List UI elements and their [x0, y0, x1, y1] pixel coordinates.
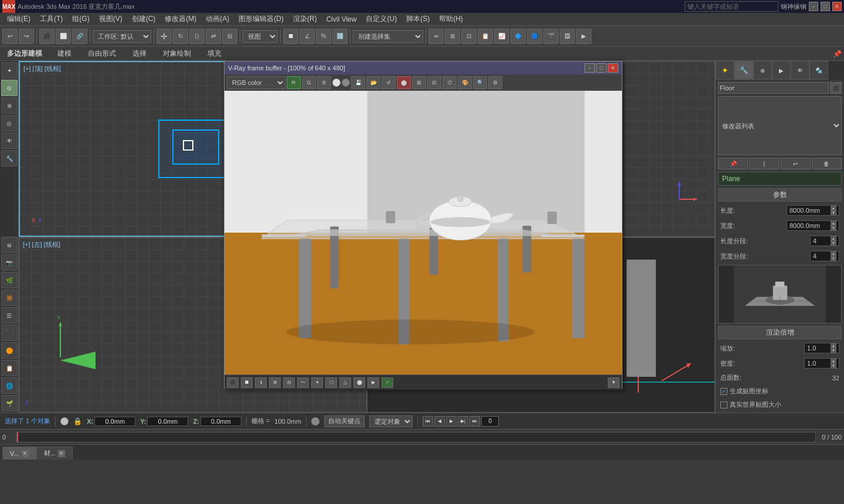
nav-next-btn[interactable]: ▶|	[458, 416, 468, 427]
nav-play-btn[interactable]: ▶	[446, 416, 457, 427]
nav-prev-btn[interactable]: ◀	[434, 416, 445, 427]
vray-g-btn[interactable]: G	[302, 76, 316, 89]
vray-b-btn[interactable]: B	[317, 76, 331, 89]
vray-statusbar-btn-10[interactable]: ⬤	[353, 377, 365, 388]
show-result-btn[interactable]: |	[749, 158, 779, 169]
vray-statusbar-btn-2[interactable]: 🔲	[241, 377, 253, 388]
spinner-snap-button[interactable]: 🔢	[332, 29, 348, 44]
open-explorer-icon[interactable]: 🌿	[1, 272, 18, 288]
vray-history-btn[interactable]: ⏱	[443, 76, 457, 89]
width-up-btn[interactable]: ▲	[831, 221, 836, 226]
rpanel-tab-hierarchy[interactable]: ⊕	[753, 61, 772, 80]
selection-mode-dropdown[interactable]: 逻定对象	[369, 416, 413, 427]
nav-end-btn[interactable]: ⏭	[469, 416, 480, 427]
menu-animation[interactable]: 动画(A)	[201, 13, 234, 25]
viewport-toggle-icon[interactable]: ▤	[1, 237, 18, 253]
rpanel-tab-create[interactable]: ✦	[716, 61, 734, 80]
width-input[interactable]: 8000.0mm ▲ ▼	[787, 220, 839, 231]
redo-button[interactable]: ↪	[19, 29, 34, 44]
length-segs-down-btn[interactable]: ▼	[831, 241, 836, 246]
vray-stop-btn[interactable]: ⬤	[397, 76, 411, 89]
menu-view[interactable]: 视图(V)	[94, 13, 127, 25]
vray-clone-btn[interactable]: ⊟	[427, 76, 441, 89]
vray-circle-white[interactable]	[332, 79, 341, 87]
width-segs-input[interactable]: 4 ▲ ▼	[810, 251, 839, 261]
close-button[interactable]: ✕	[832, 2, 842, 11]
workspace-dropdown[interactable]: 工作区: 默认	[93, 30, 151, 43]
frame-counter[interactable]: 0	[481, 416, 499, 427]
vray-statusbar-btn-last[interactable]: ▼	[608, 377, 620, 388]
select-region-button[interactable]: ⬜	[56, 29, 71, 44]
width-segs-down-btn[interactable]: ▼	[831, 256, 836, 261]
vray-color-dropdown[interactable]: RGB color	[227, 76, 285, 89]
create-tab-icon[interactable]: ✦	[1, 62, 18, 79]
layer-icon[interactable]: ☰	[1, 307, 18, 323]
btab-vray[interactable]: V... ✕	[2, 447, 36, 459]
vray-circle-gray[interactable]	[342, 79, 350, 87]
menu-customize[interactable]: 自定义(U)	[361, 13, 401, 25]
rpanel-tab-modify[interactable]: 🔧	[734, 61, 753, 80]
length-up-btn[interactable]: ▲	[831, 206, 836, 210]
density-down-btn[interactable]: ▼	[831, 363, 836, 368]
menu-modifiers[interactable]: 修改器(M)	[160, 13, 201, 25]
scale-up-btn[interactable]: ▲	[831, 343, 836, 348]
percent-snap-button[interactable]: %	[316, 29, 331, 44]
length-segs-up-btn[interactable]: ▲	[831, 236, 836, 241]
selection-dropdown[interactable]: 别建选择集	[353, 30, 423, 43]
asset-tracking-icon[interactable]: 📷	[1, 254, 18, 271]
minimize-button[interactable]: −	[809, 2, 818, 11]
menu-render[interactable]: 渲染(R)	[288, 13, 322, 25]
density-input[interactable]: 1.0 ▲ ▼	[804, 358, 839, 369]
ribbon-modeling[interactable]: 建模	[52, 47, 77, 60]
material-editor-button[interactable]: 🔵	[527, 29, 542, 44]
make-unique-btn[interactable]: ↩	[781, 158, 811, 169]
scale-input[interactable]: 1.0 ▲ ▼	[804, 343, 839, 353]
modify-tab-icon[interactable]: ⚙	[1, 80, 18, 96]
quickrender-button[interactable]: ▶	[576, 29, 591, 44]
vray-statusbar-btn-5[interactable]: ⊟	[283, 377, 295, 388]
motion-tab-icon[interactable]: ◎	[1, 115, 18, 131]
space-icon[interactable]: 🌐	[1, 377, 18, 394]
view-dropdown[interactable]: 视图	[243, 30, 278, 43]
select-object-button[interactable]: ⬛	[39, 29, 55, 44]
search-input[interactable]	[685, 1, 778, 12]
ribbon-populate[interactable]: 填充	[202, 47, 227, 60]
env-effects-icon[interactable]: 🟠	[1, 342, 18, 359]
menu-create[interactable]: 创建(C)	[127, 13, 161, 25]
rpanel-tab-motion[interactable]: ▶	[772, 61, 791, 80]
ribbon-freeform[interactable]: 自由形式	[82, 47, 122, 60]
btab-material[interactable]: 材... ✕	[36, 447, 73, 459]
vray-maximize-button[interactable]: □	[596, 63, 607, 73]
rpanel-tab-display[interactable]: 👁	[791, 61, 809, 80]
scale-down-btn[interactable]: ▼	[831, 348, 836, 353]
auto-key-button[interactable]: 自动关键点	[324, 416, 365, 427]
curve-editor-button[interactable]: 📈	[494, 29, 509, 44]
quick-align-button[interactable]: ⊡	[461, 29, 477, 44]
extra-icon[interactable]: 🌱	[1, 395, 18, 411]
btab-vray-close[interactable]: ✕	[22, 450, 29, 457]
density-up-btn[interactable]: ▲	[831, 359, 836, 363]
vray-statusbar-btn-1[interactable]: ⬛	[227, 377, 239, 388]
vray-reset-btn[interactable]: ↺	[382, 76, 396, 89]
rpanel-tab-utils[interactable]: 🔩	[809, 61, 828, 80]
align-button[interactable]: ⊟	[222, 29, 237, 44]
select-move-button[interactable]: ✛	[156, 29, 172, 44]
vray-statusbar-btn-3[interactable]: ℹ	[255, 377, 267, 388]
object-name-input[interactable]	[718, 82, 829, 94]
undo-button[interactable]: ↩	[2, 29, 18, 44]
select-link-button[interactable]: 🔗	[72, 29, 87, 44]
scene-xref-icon[interactable]: 🔆	[1, 290, 18, 306]
vray-statusbar-btn-9[interactable]: △	[339, 377, 351, 388]
vray-pixel-info-btn[interactable]: 🔍	[473, 76, 487, 89]
vray-close-button[interactable]: ✕	[608, 63, 618, 73]
modifier-list-dropdown[interactable]: 修改器列表	[718, 96, 842, 155]
vray-statusbar-btn-12[interactable]: ✓	[382, 377, 393, 388]
render-icon[interactable]: ⬛	[1, 325, 18, 341]
utilities-tab-icon[interactable]: 🔧	[1, 150, 18, 166]
maximize-button[interactable]: □	[821, 2, 830, 11]
length-segs-input[interactable]: 4 ▲ ▼	[810, 236, 839, 246]
vray-show-corrections-btn[interactable]: 🎨	[458, 76, 472, 89]
vray-settings-btn[interactable]: ⚙	[488, 76, 502, 89]
vray-save-btn[interactable]: 💾	[351, 76, 365, 89]
grab-viewport-icon[interactable]: 📋	[1, 360, 18, 376]
